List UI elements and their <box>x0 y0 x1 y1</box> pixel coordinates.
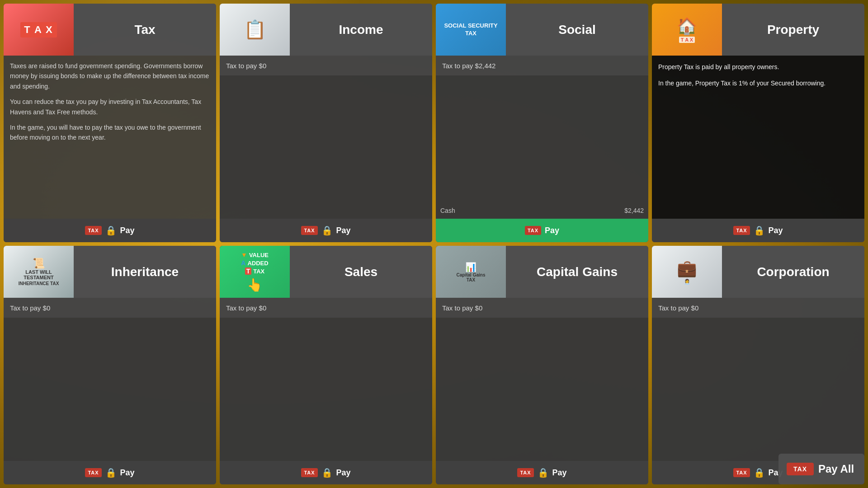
sales-amount: Tax to pay $0 <box>220 298 432 318</box>
social-pay-bar[interactable]: TAX Pay <box>436 219 648 242</box>
inheritance-title: Inheritance <box>74 265 216 279</box>
sales-line-v: ▼ VALUE <box>241 251 269 258</box>
income-amount: Tax to pay $0 <box>220 56 432 75</box>
tax-card: T A X Tax Taxes are raised to fund gover… <box>4 4 216 242</box>
sales-image: ▼ VALUE A ADDED T TAX 👆 <box>220 246 290 298</box>
inheritance-image: 📜 LAST WILL TESTAMENT INHERITANCE TAX <box>4 246 74 298</box>
property-pay-bar[interactable]: TAX 🔒 Pay <box>652 219 864 242</box>
property-card: 🏠 T A X Property Property Tax is paid by… <box>652 4 864 242</box>
inheritance-card: 📜 LAST WILL TESTAMENT INHERITANCE TAX In… <box>4 246 216 484</box>
inheritance-lock-icon: 🔒 <box>105 467 117 478</box>
inheritance-amount: Tax to pay $0 <box>4 298 216 318</box>
corporation-amount-label: Tax to pay $0 <box>658 304 698 312</box>
corporation-icon: 💼 👩‍💼 <box>652 246 722 298</box>
tax-desc-2: You can reduce the tax you pay by invest… <box>10 97 210 117</box>
sales-line-a: A ADDED <box>241 259 268 267</box>
social-title: Social <box>506 23 648 37</box>
income-amount-label: Tax to pay $0 <box>226 62 266 70</box>
tax-header: T A X Tax <box>4 4 216 56</box>
capital-gains-title: Capital Gains <box>506 265 648 279</box>
inheritance-amount-label: Tax to pay $0 <box>10 304 50 312</box>
sales-icon: ▼ VALUE A ADDED T TAX 👆 <box>220 246 290 298</box>
inheritance-icon: 📜 LAST WILL TESTAMENT INHERITANCE TAX <box>4 246 74 298</box>
corporation-detail <box>652 318 864 461</box>
tax-badge: TAX <box>85 226 101 235</box>
sales-pay-bar[interactable]: TAX 🔒 Pay <box>220 461 432 484</box>
social-amount: Tax to pay $2,442 <box>436 56 648 75</box>
inheritance-pay-label: Pay <box>120 468 135 478</box>
sales-tax-badge: TAX <box>301 468 317 477</box>
social-cash-label: Cash <box>440 207 455 214</box>
pay-all-badge: TAX <box>787 463 814 475</box>
social-image: SOCIAL SECURITY TAX <box>436 4 506 56</box>
capital-gains-image: 📊 Capital Gains TAX <box>436 246 506 298</box>
pay-all-label: Pay All <box>818 463 854 475</box>
property-info: Property Tax is paid by all property own… <box>652 56 864 219</box>
tax-title: Tax <box>74 23 216 37</box>
tax-image: T A X <box>4 4 74 56</box>
corporation-tax-badge: TAX <box>733 468 750 477</box>
income-icon: 📋 <box>220 4 290 56</box>
corporation-card: 💼 👩‍💼 Corporation Tax to pay $0 TAX 🔒 Pa… <box>652 246 864 484</box>
social-security-text: SOCIAL SECURITY TAX <box>438 22 504 38</box>
social-cash-value: $2,442 <box>624 207 644 214</box>
capital-gains-amount-label: Tax to pay $0 <box>442 304 482 312</box>
tax-desc-3: In the game, you will have to pay the ta… <box>10 122 210 143</box>
sales-amount-label: Tax to pay $0 <box>226 304 266 312</box>
social-icon: SOCIAL SECURITY TAX <box>436 4 506 56</box>
capital-gains-lock-icon: 🔒 <box>538 467 549 478</box>
tax-desc-1: Taxes are raised to fund government spen… <box>10 61 210 91</box>
income-pay-bar[interactable]: TAX 🔒 Pay <box>220 219 432 242</box>
corporation-header: 💼 👩‍💼 Corporation <box>652 246 864 298</box>
property-info-2: In the game, Property Tax is 1% of your … <box>658 78 858 88</box>
capital-gains-pay-label: Pay <box>552 468 567 478</box>
social-header: SOCIAL SECURITY TAX Social <box>436 4 648 56</box>
income-pay-label: Pay <box>336 226 351 235</box>
capital-gains-icon: 📊 Capital Gains TAX <box>436 246 506 298</box>
capital-gains-header: 📊 Capital Gains TAX Capital Gains <box>436 246 648 298</box>
inheritance-pay-bar[interactable]: TAX 🔒 Pay <box>4 461 216 484</box>
sales-card: ▼ VALUE A ADDED T TAX 👆 Sales Tax to <box>220 246 432 484</box>
property-image: 🏠 T A X <box>652 4 722 56</box>
social-card: SOCIAL SECURITY TAX Social Tax to pay $2… <box>436 4 648 242</box>
sales-header: ▼ VALUE A ADDED T TAX 👆 Sales <box>220 246 432 298</box>
sales-title: Sales <box>290 265 432 279</box>
social-pay-label: Pay <box>545 226 559 235</box>
property-title: Property <box>722 23 864 37</box>
income-lock-icon: 🔒 <box>321 225 333 236</box>
income-header: 📋 Income <box>220 4 432 56</box>
capital-gains-pay-bar[interactable]: TAX 🔒 Pay <box>436 461 648 484</box>
sales-detail <box>220 318 432 461</box>
social-amount-label: Tax to pay $2,442 <box>442 62 495 70</box>
pay-all-button[interactable]: TAX Pay All <box>778 454 864 484</box>
sales-line-t: T TAX <box>245 267 265 275</box>
corporation-title: Corporation <box>722 265 864 279</box>
property-info-1: Property Tax is paid by all property own… <box>658 62 858 72</box>
social-detail-row: Cash $2,442 <box>440 207 644 214</box>
social-tax-badge: TAX <box>525 226 541 235</box>
lock-icon: 🔒 <box>105 225 117 236</box>
income-tax-badge: TAX <box>301 226 317 235</box>
tax-pay-bar[interactable]: TAX 🔒 Pay <box>4 219 216 242</box>
inheritance-tax-badge: TAX <box>85 468 101 477</box>
capital-gains-detail <box>436 318 648 461</box>
property-pay-label: Pay <box>769 226 783 235</box>
tax-body: Taxes are raised to fund government spen… <box>4 56 216 219</box>
property-tax-badge: TAX <box>733 226 750 235</box>
corporation-image: 💼 👩‍💼 <box>652 246 722 298</box>
income-detail <box>220 75 432 219</box>
tax-grid: T A X Tax Taxes are raised to fund gover… <box>0 0 868 488</box>
sales-lock-icon: 🔒 <box>321 467 333 478</box>
property-lock-icon: 🔒 <box>754 225 765 236</box>
capital-gains-amount: Tax to pay $0 <box>436 298 648 318</box>
income-image: 📋 <box>220 4 290 56</box>
social-detail: Cash $2,442 <box>436 75 648 219</box>
sales-pay-label: Pay <box>336 468 351 478</box>
corporation-amount: Tax to pay $0 <box>652 298 864 318</box>
property-header: 🏠 T A X Property <box>652 4 864 56</box>
corporation-lock-icon: 🔒 <box>754 467 765 478</box>
inheritance-detail <box>4 318 216 461</box>
capital-gains-card: 📊 Capital Gains TAX Capital Gains Tax to… <box>436 246 648 484</box>
income-title: Income <box>290 23 432 37</box>
pay-label: Pay <box>120 226 135 235</box>
